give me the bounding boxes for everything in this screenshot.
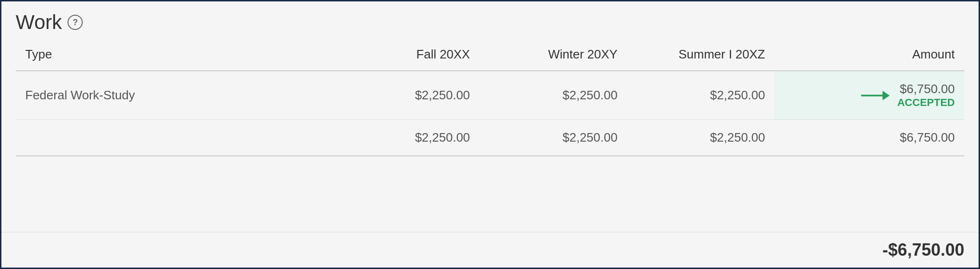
row-fall: $2,250.00 bbox=[332, 71, 479, 120]
table-wrapper: Type Fall 20XX Winter 20XY Summer I 20XZ… bbox=[1, 38, 979, 232]
amount-status-block: $6,750.00 ACCEPTED bbox=[897, 82, 955, 109]
section-header: Work ? bbox=[1, 1, 979, 38]
amount-value: $6,750.00 bbox=[897, 82, 955, 96]
totals-row: $2,250.00 $2,250.00 $2,250.00 $6,750.00 bbox=[16, 120, 964, 156]
work-section: Work ? Type Fall 20XX Winter 20XY Summer… bbox=[0, 0, 980, 269]
col-header-amount: Amount bbox=[775, 38, 964, 71]
totals-fall: $2,250.00 bbox=[332, 120, 479, 156]
footer: -$6,750.00 bbox=[1, 232, 979, 268]
green-arrow-icon bbox=[861, 88, 890, 103]
section-title-text: Work bbox=[16, 11, 62, 34]
svg-marker-1 bbox=[883, 91, 890, 100]
col-header-fall: Fall 20XX bbox=[332, 38, 479, 71]
help-icon[interactable]: ? bbox=[68, 15, 83, 30]
totals-amount: $6,750.00 bbox=[775, 120, 964, 156]
row-type: Federal Work-Study bbox=[16, 71, 332, 120]
footer-total: -$6,750.00 bbox=[883, 240, 964, 260]
table-row: Federal Work-Study $2,250.00 $2,250.00 $… bbox=[16, 71, 964, 120]
work-table: Type Fall 20XX Winter 20XY Summer I 20XZ… bbox=[16, 38, 964, 156]
accepted-badge: ACCEPTED bbox=[897, 96, 955, 109]
totals-winter: $2,250.00 bbox=[479, 120, 627, 156]
col-header-winter: Winter 20XY bbox=[479, 38, 627, 71]
amount-arrow-wrapper: $6,750.00 ACCEPTED bbox=[784, 82, 955, 109]
row-summer: $2,250.00 bbox=[627, 71, 775, 120]
row-winter: $2,250.00 bbox=[479, 71, 627, 120]
table-header-row: Type Fall 20XX Winter 20XY Summer I 20XZ… bbox=[16, 38, 964, 71]
row-amount: $6,750.00 ACCEPTED bbox=[775, 71, 964, 120]
col-header-summer: Summer I 20XZ bbox=[627, 38, 775, 71]
col-header-type: Type bbox=[16, 38, 332, 71]
totals-summer: $2,250.00 bbox=[627, 120, 775, 156]
totals-label bbox=[16, 120, 332, 156]
